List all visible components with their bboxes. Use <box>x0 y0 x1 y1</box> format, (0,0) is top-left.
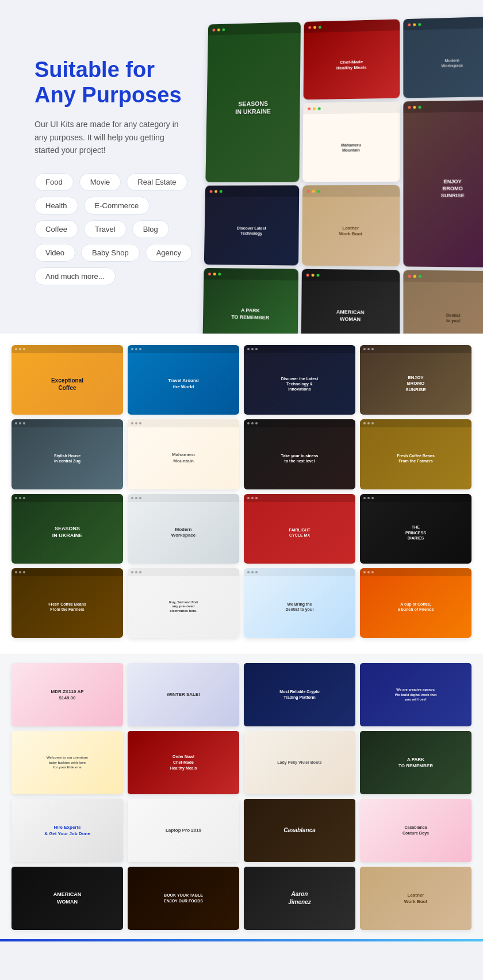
screenshots-row-2: Stylish Housein central Zug MahameruMoun… <box>12 419 471 489</box>
card-casablanca[interactable]: Casablanca <box>244 799 355 862</box>
hero-section: Suitable for Any Purposes Our UI Kits ar… <box>0 0 483 334</box>
tag-coffee[interactable]: Coffee <box>34 220 78 238</box>
screenshots-row-1: ExceptionalCoffee Travel Aroundthe World… <box>12 345 471 415</box>
screenshots-row-4: Fresh Coffee BeansFrom the Farmers Buy, … <box>12 568 471 638</box>
bottom-section: MDR ZX110 AP$149.00 WINTER SALE! Most Re… <box>0 654 483 939</box>
card-american-woman[interactable]: AMERICANWOMAN <box>12 867 123 930</box>
screenshot-house-zug[interactable]: Stylish Housein central Zug <box>12 419 123 489</box>
screenshot-technology[interactable]: Discover the LatestTechnology &Innovatio… <box>244 345 355 415</box>
bottom-row-2: Welcome to our premiumbaby fashion with … <box>12 731 471 794</box>
mosaic-item: LeatherWork Boot <box>302 185 400 266</box>
mosaic-item: AMERICANWOMAN <box>301 269 400 334</box>
mosaic-item: MahameruMountain <box>303 102 400 182</box>
tag-agency[interactable]: Agency <box>145 244 192 262</box>
screenshot-coffee-farmers2[interactable]: Fresh Coffee BeansFrom the Farmers <box>12 568 123 638</box>
bottom-row-3: Hire Experts& Get Your Job Done Laptop P… <box>12 799 471 862</box>
bottom-row-1: MDR ZX110 AP$149.00 WINTER SALE! Most Re… <box>12 663 471 726</box>
mosaic-item: Chef-MadeHealthy Meals <box>304 19 400 99</box>
screenshot-princess[interactable]: THEPRINCESSDIARIES <box>360 494 471 564</box>
tag-blog[interactable]: Blog <box>132 220 169 238</box>
card-leather-boot[interactable]: LeatherWork Boot <box>360 867 471 930</box>
mosaic-item: ENJOYBROMOSUNRISE <box>403 100 483 267</box>
screenshot-cycle[interactable]: FAIRLIGHTCYCLE MX <box>244 494 355 564</box>
hero-mosaic: SEASONSIN UKRAINE Chef-MadeHealthy Meals <box>202 17 483 334</box>
mosaic-item: ModernWorkspace <box>403 17 483 98</box>
screenshot-marketplace[interactable]: Buy, Sell and findany pre-lovedelectroni… <box>128 568 239 638</box>
card-enjoy-foods[interactable]: BOOK YOUR TABLEENJOY OUR FOODS <box>128 867 239 930</box>
tag-real-estate[interactable]: Real Estate <box>126 173 187 191</box>
screenshots-section: ExceptionalCoffee Travel Aroundthe World… <box>0 334 483 654</box>
screenshot-coffee-friends[interactable]: A cup of Coffee,a bunch of Friends <box>360 568 471 638</box>
mosaic-item: Discover LatestTechnology <box>204 185 300 265</box>
hero-subtitle: Our UI Kits are made for any category in… <box>34 118 190 156</box>
hero-left: Suitable for Any Purposes Our UI Kits ar… <box>34 35 230 311</box>
hero-right: SEASONSIN UKRAINE Chef-MadeHealthy Meals <box>230 35 483 311</box>
screenshot-coffee-farmers[interactable]: Fresh Coffee BeansFrom the Farmers <box>360 419 471 489</box>
bottom-row-4: AMERICANWOMAN BOOK YOUR TABLEENJOY OUR F… <box>12 867 471 930</box>
card-baby-shop[interactable]: Welcome to our premiumbaby fashion with … <box>12 731 123 794</box>
card-winter-sale[interactable]: WINTER SALE! <box>128 663 239 726</box>
card-park[interactable]: A PARKTO REMEMBER <box>360 731 471 794</box>
hero-title: Suitable for Any Purposes <box>34 58 230 108</box>
card-aaron-jimenez[interactable]: AaronJimenez <box>244 867 355 930</box>
screenshot-business[interactable]: Take your businessto the next level <box>244 419 355 489</box>
accent-bar <box>0 939 483 941</box>
card-casablanca-boys[interactable]: CasablancaCouture Boys <box>360 799 471 862</box>
tag-health[interactable]: Health <box>34 197 78 215</box>
tags-container: Food Movie Real Estate Health E-Commerce… <box>34 173 195 285</box>
card-laptop[interactable]: Laptop Pro 2019 <box>128 799 239 862</box>
mosaic-item: Dentistto you! <box>403 270 483 334</box>
tag-baby-shop[interactable]: Baby Shop <box>81 244 140 262</box>
screenshot-travel-world[interactable]: Travel Aroundthe World <box>128 345 239 415</box>
screenshot-seasons[interactable]: SEASONSIN UKRAINE <box>12 494 123 564</box>
card-healthy-meals[interactable]: Order Now!Chef-MadeHealthy Meals <box>128 731 239 794</box>
tag-travel[interactable]: Travel <box>84 220 126 238</box>
card-crypto[interactable]: Most Reliable CryptoTrading Platform <box>244 663 355 726</box>
mosaic-item: A PARKTO REMEMBER <box>202 268 298 334</box>
screenshot-mahameru[interactable]: MahameruMountain <box>128 419 239 489</box>
tag-video[interactable]: Video <box>34 244 75 262</box>
mosaic-item: SEASONSIN UKRAINE <box>205 22 301 182</box>
tag-movie[interactable]: Movie <box>79 173 121 191</box>
screenshot-bromo[interactable]: ENJOYBROMOSUNRISE <box>360 345 471 415</box>
screenshot-workspace[interactable]: ModernWorkspace <box>128 494 239 564</box>
screenshot-exceptional-coffee[interactable]: ExceptionalCoffee <box>12 345 123 415</box>
card-headphone[interactable]: MDR ZX110 AP$149.00 <box>12 663 123 726</box>
tag-food[interactable]: Food <box>34 173 74 191</box>
card-boots[interactable]: Lady Pelly Vivier Boots <box>244 731 355 794</box>
card-agency[interactable]: We are creative agency.We build digital … <box>360 663 471 726</box>
tag-more[interactable]: And much more... <box>34 267 116 285</box>
screenshot-dentist[interactable]: We Bring theDentist to you! <box>244 568 355 638</box>
screenshots-row-3: SEASONSIN UKRAINE ModernWorkspace FAIRLI… <box>12 494 471 564</box>
tag-ecommerce[interactable]: E-Commerce <box>84 197 150 215</box>
card-hire-experts[interactable]: Hire Experts& Get Your Job Done <box>12 799 123 862</box>
